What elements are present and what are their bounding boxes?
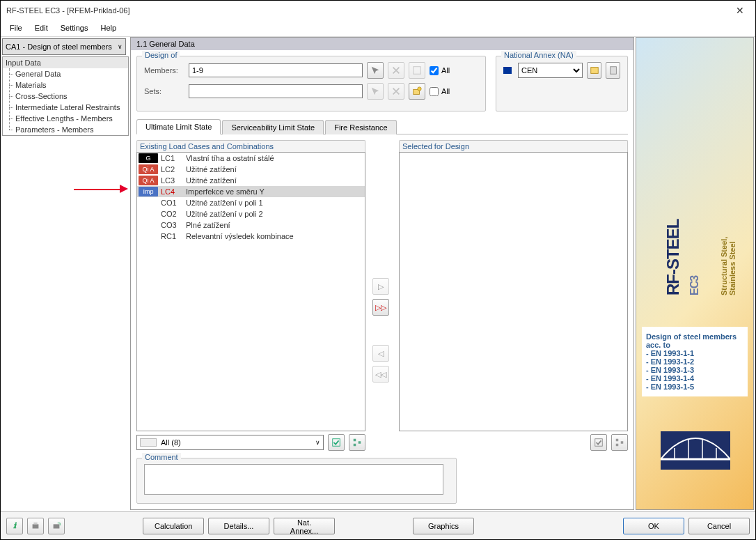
case-combo[interactable]: CA1 - Design of steel members∨ bbox=[2, 38, 126, 55]
tree-panel: Input Data General DataMaterialsCross-Se… bbox=[2, 56, 129, 136]
export-icon[interactable] bbox=[48, 518, 65, 534]
members-extra-icon bbox=[409, 62, 425, 79]
tree-item[interactable]: Effective Lengths - Members bbox=[3, 113, 128, 124]
pick-members-icon[interactable] bbox=[367, 62, 384, 79]
graphics-button[interactable]: Graphics bbox=[413, 518, 474, 534]
calculation-button[interactable]: Calculation bbox=[143, 518, 204, 534]
window-title: RF-STEEL EC3 - [RFEM-Priklad-06] bbox=[6, 6, 129, 15]
members-all-checkbox[interactable] bbox=[430, 66, 439, 75]
svg-point-2 bbox=[418, 87, 421, 91]
existing-listbox: Existing Load Cases and Combinations GLC… bbox=[136, 140, 365, 451]
tabs: Ultimate Limit State Serviceability Limi… bbox=[136, 118, 628, 134]
bottom-bar: ℹ Calculation Details... Nat. Annex... G… bbox=[1, 511, 755, 539]
svg-rect-11 bbox=[616, 444, 619, 447]
list-item[interactable]: ImpLC4Imperfekce ve směru Y bbox=[137, 186, 365, 197]
menu-edit[interactable]: Edit bbox=[29, 22, 54, 35]
na-book-icon[interactable] bbox=[606, 62, 620, 79]
tab-fire[interactable]: Fire Resistance bbox=[325, 120, 396, 134]
tree-header: Input Data bbox=[3, 57, 128, 68]
selected-apply-icon[interactable] bbox=[590, 434, 607, 451]
details-button[interactable]: Details... bbox=[208, 518, 269, 534]
list-item[interactable]: RC1Relevantní výsledek kombinace bbox=[137, 231, 365, 242]
svg-rect-9 bbox=[595, 439, 603, 447]
na-group: National Annex (NA) CEN bbox=[496, 56, 628, 111]
svg-rect-5 bbox=[333, 439, 340, 447]
svg-rect-10 bbox=[616, 439, 619, 442]
tab-uls[interactable]: Ultimate Limit State bbox=[136, 119, 221, 134]
titlebar: RF-STEEL EC3 - [RFEM-Priklad-06] ✕ bbox=[1, 1, 755, 20]
content: 1.1 General Data Design of Members: All bbox=[130, 37, 634, 510]
list-item[interactable]: GLC1Vlastní tíha a ostatní stálé bbox=[137, 153, 365, 164]
members-label: Members: bbox=[144, 66, 184, 75]
ok-button[interactable]: OK bbox=[623, 518, 684, 534]
svg-rect-16 bbox=[54, 524, 60, 528]
sets-label: Sets: bbox=[144, 87, 184, 95]
tree-item[interactable]: General Data bbox=[3, 68, 128, 79]
svg-rect-0 bbox=[414, 67, 421, 75]
content-header: 1.1 General Data bbox=[131, 38, 633, 50]
na-legend: National Annex (NA) bbox=[501, 51, 576, 59]
sets-input[interactable] bbox=[189, 84, 363, 98]
new-set-icon[interactable] bbox=[409, 83, 425, 100]
svg-rect-8 bbox=[359, 441, 361, 444]
members-all-label: All bbox=[441, 66, 450, 75]
svg-rect-12 bbox=[621, 441, 624, 444]
help-icon[interactable]: ℹ bbox=[6, 518, 23, 534]
move-left-icon[interactable]: ◁ bbox=[372, 345, 389, 362]
existing-list[interactable]: GLC1Vlastní tíha a ostatní stáléQi ALC2U… bbox=[136, 152, 365, 431]
pick-sets-icon bbox=[367, 83, 384, 100]
existing-label: Existing Load Cases and Combinations bbox=[136, 140, 365, 152]
comment-textarea[interactable] bbox=[144, 464, 443, 495]
na-open-icon[interactable] bbox=[587, 62, 601, 79]
move-all-right-icon[interactable]: ▷▷ bbox=[372, 299, 389, 316]
list-item[interactable]: CO3Plné zatížení bbox=[137, 219, 365, 231]
na-select[interactable]: CEN bbox=[518, 63, 583, 78]
tree-item[interactable]: Parameters - Members bbox=[3, 124, 128, 135]
selected-listbox: Selected for Design bbox=[399, 140, 628, 451]
svg-rect-7 bbox=[354, 444, 356, 447]
filter-tree-icon[interactable] bbox=[349, 434, 365, 451]
move-all-left-icon[interactable]: ◁◁ bbox=[372, 366, 389, 383]
clear-sets-icon bbox=[388, 83, 404, 100]
product-logo: RF-STEEL EC3 bbox=[663, 206, 702, 295]
move-right-icon[interactable]: ▷ bbox=[372, 278, 389, 295]
comment-group: Comment bbox=[136, 458, 457, 504]
product-tagline: Structural Steel,Stainless Steel bbox=[720, 237, 737, 295]
comment-legend: Comment bbox=[142, 453, 181, 461]
close-button[interactable]: ✕ bbox=[725, 1, 755, 20]
bridge-logo-icon bbox=[661, 431, 730, 470]
svg-rect-4 bbox=[610, 67, 616, 75]
tree-item[interactable]: Intermediate Lateral Restraints bbox=[3, 102, 128, 113]
list-item[interactable]: Qi ALC2Užitné zatížení bbox=[137, 164, 365, 175]
selected-list[interactable] bbox=[399, 152, 628, 431]
menu-settings[interactable]: Settings bbox=[54, 22, 95, 35]
cancel-button[interactable]: Cancel bbox=[688, 518, 750, 534]
list-item[interactable]: CO2Užitné zatížení v poli 2 bbox=[137, 208, 365, 219]
menu-file[interactable]: File bbox=[3, 22, 29, 35]
transfer-buttons: ▷ ▷▷ ◁ ◁◁ bbox=[372, 140, 392, 451]
right-panel: RF-STEEL EC3 Structural Steel,Stainless … bbox=[636, 37, 754, 510]
filter-apply-icon[interactable] bbox=[328, 434, 345, 451]
design-of-group: Design of Members: All Sets: bbox=[136, 56, 486, 111]
svg-rect-6 bbox=[354, 439, 356, 442]
tab-sls[interactable]: Serviceability Limit State bbox=[222, 120, 324, 134]
svg-rect-15 bbox=[33, 522, 37, 524]
tree-item[interactable]: Materials bbox=[3, 79, 128, 91]
print-icon[interactable] bbox=[27, 518, 44, 534]
clear-members-icon bbox=[388, 62, 404, 79]
members-input[interactable] bbox=[189, 63, 363, 77]
selected-tree-icon[interactable] bbox=[611, 434, 628, 451]
sets-all-checkbox[interactable] bbox=[430, 87, 439, 96]
menu-help[interactable]: Help bbox=[94, 22, 123, 35]
menubar: File Edit Settings Help bbox=[1, 20, 755, 37]
nat-annex-button[interactable]: Nat. Annex... bbox=[274, 518, 335, 534]
selected-label: Selected for Design bbox=[399, 140, 628, 152]
standards-info: Design of steel members acc. to - EN 199… bbox=[642, 327, 748, 396]
svg-rect-14 bbox=[33, 524, 39, 528]
tree-item[interactable]: Cross-Sections bbox=[3, 91, 128, 102]
list-item[interactable]: Qi ALC3Užitné zatížení bbox=[137, 175, 365, 186]
list-item[interactable]: CO1Užitné zatížení v poli 1 bbox=[137, 197, 365, 208]
eu-flag-icon bbox=[503, 67, 512, 74]
design-of-legend: Design of bbox=[142, 51, 180, 59]
filter-select[interactable]: All (8) ∨ bbox=[136, 435, 324, 450]
